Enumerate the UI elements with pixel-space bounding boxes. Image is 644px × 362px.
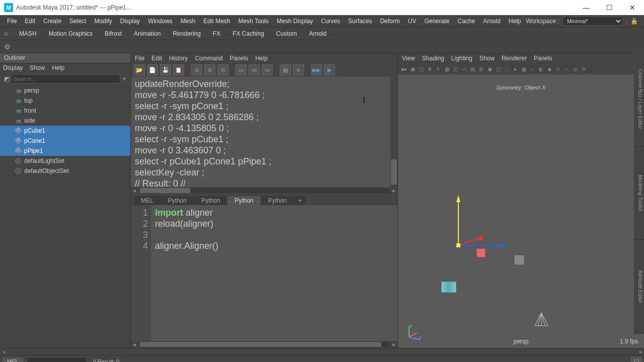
object-pcone1[interactable] [534,312,549,327]
vp-field-chart-icon[interactable]: ⊞ [477,65,485,73]
menu-edit[interactable]: Edit [21,15,39,27]
vp-xray-icon[interactable]: ⊙ [554,65,562,73]
script-tab-4[interactable]: Python [261,196,294,205]
line-numbers-button[interactable]: ≡ [293,64,304,75]
se-menu-panels[interactable]: Panels [230,55,249,62]
vp-textured-icon[interactable]: ▦ [520,65,528,73]
shelf-handle-icon[interactable]: ≡ [4,30,13,38]
shelf-tab-rendering[interactable]: Rendering [167,28,206,40]
show-both-button[interactable]: ▭ [262,64,273,75]
outliner-item-defaultobjectset[interactable]: defaultObjectSet [0,166,130,176]
vp-grid-icon[interactable]: ▦ [443,65,451,73]
outliner-item-pcone1[interactable]: pCone1 [0,136,130,146]
menu-curves[interactable]: Curves [317,15,344,27]
script-tab-3[interactable]: Python [227,196,260,205]
cmd-language-label[interactable]: MEL [2,357,24,363]
filter-icon[interactable]: ◩ [2,75,11,82]
menu-select[interactable]: Select [65,15,90,27]
vp-smooth-shade-all-icon[interactable]: ● [511,65,519,73]
output-scrollbar[interactable] [390,76,397,187]
vp-image-plane-icon[interactable]: ▢ [417,65,425,73]
vp-shadows-icon[interactable]: ◐ [537,65,545,73]
move-manipulator-icon[interactable] [443,190,509,255]
clear-history-button[interactable]: ⎚ [191,64,202,75]
shelf-tab-fx[interactable]: FX [207,28,226,40]
menu-mesh-display[interactable]: Mesh Display [273,15,317,27]
tab-add-button[interactable]: + [294,196,306,205]
timeline-scrollbar[interactable]: ◂▸ [0,348,644,355]
script-output[interactable]: updateRenderOverride; move -r -5.461779 … [131,76,397,187]
clear-input-button[interactable]: ⎚ [204,64,215,75]
outliner-item-front[interactable]: 📹front [0,106,130,116]
vp-menu-show[interactable]: Show [479,55,495,62]
vp-menu-shading[interactable]: Shading [422,55,444,62]
menu-cache[interactable]: Cache [453,15,479,27]
vp-use-lights-icon[interactable]: ☼ [528,65,536,73]
vp-menu-lighting[interactable]: Lighting [451,55,472,62]
menu-arnold[interactable]: Arnold [479,15,505,27]
vp-select-camera-icon[interactable]: ■● [400,65,408,73]
outliner-menu-display[interactable]: Display [3,64,23,72]
menu-windows[interactable]: Windows [144,15,177,27]
vp-isolate-icon[interactable]: ◉ [545,65,553,73]
shelf-tab-custom[interactable]: Custom [270,28,303,40]
gear-icon[interactable]: ⚙ [4,43,11,51]
rail-channel-box[interactable]: Channel Box / Layer Editor [634,52,644,146]
rail-attribute-editor[interactable]: Attribute Editor [634,240,644,334]
shelf-tab-bifrost[interactable]: Bifrost [99,28,128,40]
se-menu-help[interactable]: Help [255,55,268,62]
command-input[interactable] [27,357,87,363]
vp-safe-title-icon[interactable]: ▢ [494,65,502,73]
maximize-button[interactable]: ☐ [598,0,621,15]
menu-mesh[interactable]: Mesh [177,15,199,27]
show-input-button[interactable]: ▭ [249,64,260,75]
object-pcube1[interactable] [476,248,486,257]
echo-commands-button[interactable]: ▤ [280,64,291,75]
menu-deform[interactable]: Deform [376,15,404,27]
shelf-tab-animation[interactable]: Animation [128,28,167,40]
menu-display[interactable]: Display [116,15,144,27]
lock-icon[interactable]: 🔒 [630,18,638,25]
vp-gate-mask-icon[interactable]: ▤ [468,65,476,73]
vp-2d-pan-icon[interactable]: ✥ [426,65,434,73]
execute-all-button[interactable]: ▶▶ [311,64,322,75]
object-ppipe1[interactable] [441,282,456,293]
save-script-button[interactable]: 💾 [160,64,171,75]
outliner-item-defaultlightset[interactable]: defaultLightSet [0,156,130,166]
outliner-item-side[interactable]: 📹side [0,116,130,126]
menu-edit-mesh[interactable]: Edit Mesh [199,15,234,27]
show-history-button[interactable]: ▭ [235,64,247,75]
vp-xray-joints-icon[interactable]: ○ [562,65,571,73]
vp-expose-icon[interactable]: ◎ [571,65,579,73]
shelf-tab-arnold[interactable]: Arnold [303,28,333,40]
outliner-menu-show[interactable]: Show [30,64,45,72]
vp-motion-trail-icon[interactable]: ⟳ [580,65,588,73]
script-input[interactable]: import alignerreload(aligner) aligner.Al… [151,205,397,341]
se-menu-file[interactable]: File [135,55,144,62]
menu-modify[interactable]: Modify [90,15,116,27]
outliner-item-ppipe1[interactable]: pPipe1 [0,146,130,156]
vp-grease-pencil-icon[interactable]: ✎ [434,65,442,73]
shelf-tab-fx-caching[interactable]: FX Caching [226,28,270,40]
open-script-button[interactable]: 📂 [134,64,145,75]
execute-button[interactable]: ▶ [324,64,335,75]
menu-file[interactable]: File [3,15,21,27]
source-script-button[interactable]: 📄 [147,64,158,75]
outliner-item-top[interactable]: 📹top [0,96,130,106]
vp-bookmark-icon[interactable]: ▣ [409,65,417,73]
rail-modeling-toolkit[interactable]: Modeling Toolkit [634,146,644,240]
viewport-canvas[interactable]: Symmetry: Object X y z persp [398,74,644,348]
vp-film-gate-icon[interactable]: ◫ [451,65,459,73]
menu-surfaces[interactable]: Surfaces [344,15,376,27]
se-menu-command[interactable]: Command [195,55,222,62]
workspace-dropdown[interactable]: Minimal* [562,17,623,26]
vp-menu-panels[interactable]: Panels [534,55,552,62]
se-menu-history[interactable]: History [169,55,188,62]
outliner-item-persp[interactable]: 📹persp [0,85,130,96]
script-editor-toggle-button[interactable]: {;} [631,357,642,363]
menu-generate[interactable]: Generate [420,15,453,27]
menu-create[interactable]: Create [39,15,65,27]
vp-menu-renderer[interactable]: Renderer [502,55,527,62]
outliner-search-input[interactable] [11,74,120,83]
script-tab-1[interactable]: Python [161,196,194,205]
